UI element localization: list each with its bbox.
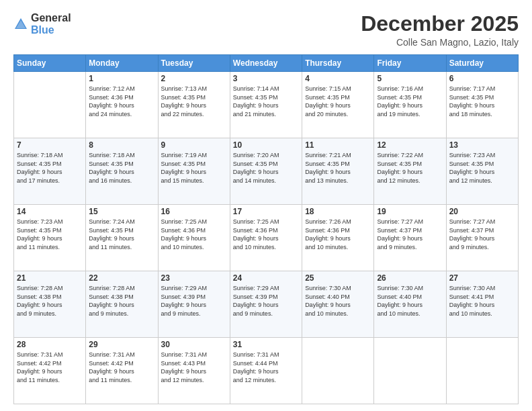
day-number: 5 bbox=[377, 74, 443, 83]
day-info: Sunrise: 7:30 AM Sunset: 4:40 PM Dayligh… bbox=[305, 284, 371, 318]
calendar-week-4: 21Sunrise: 7:28 AM Sunset: 4:38 PM Dayli… bbox=[14, 271, 519, 338]
day-number: 6 bbox=[449, 74, 515, 83]
table-row: 9Sunrise: 7:19 AM Sunset: 4:35 PM Daylig… bbox=[158, 138, 230, 205]
col-monday: Monday bbox=[86, 55, 158, 72]
calendar-week-3: 14Sunrise: 7:23 AM Sunset: 4:35 PM Dayli… bbox=[14, 205, 519, 271]
day-info: Sunrise: 7:31 AM Sunset: 4:44 PM Dayligh… bbox=[233, 351, 299, 384]
table-row: 26Sunrise: 7:30 AM Sunset: 4:40 PM Dayli… bbox=[374, 271, 446, 338]
calendar-table: Sunday Monday Tuesday Wednesday Thursday… bbox=[13, 54, 519, 404]
day-number: 27 bbox=[449, 273, 515, 283]
day-number: 1 bbox=[89, 74, 154, 83]
title-block: December 2025 Colle San Magno, Lazio, It… bbox=[361, 12, 519, 48]
day-number: 28 bbox=[17, 340, 83, 349]
day-info: Sunrise: 7:28 AM Sunset: 4:38 PM Dayligh… bbox=[17, 284, 83, 318]
day-number: 14 bbox=[17, 207, 83, 216]
day-info: Sunrise: 7:30 AM Sunset: 4:40 PM Dayligh… bbox=[377, 284, 443, 318]
table-row: 31Sunrise: 7:31 AM Sunset: 4:44 PM Dayli… bbox=[230, 338, 302, 404]
day-info: Sunrise: 7:12 AM Sunset: 4:36 PM Dayligh… bbox=[89, 85, 154, 118]
day-info: Sunrise: 7:29 AM Sunset: 4:39 PM Dayligh… bbox=[161, 284, 227, 318]
table-row: 11Sunrise: 7:21 AM Sunset: 4:35 PM Dayli… bbox=[302, 138, 374, 205]
table-row: 29Sunrise: 7:31 AM Sunset: 4:42 PM Dayli… bbox=[86, 338, 158, 404]
table-row: 19Sunrise: 7:27 AM Sunset: 4:37 PM Dayli… bbox=[374, 205, 446, 271]
table-row: 6Sunrise: 7:17 AM Sunset: 4:35 PM Daylig… bbox=[446, 72, 518, 138]
day-number: 24 bbox=[233, 273, 299, 283]
day-info: Sunrise: 7:23 AM Sunset: 4:35 PM Dayligh… bbox=[449, 151, 515, 185]
day-info: Sunrise: 7:22 AM Sunset: 4:35 PM Dayligh… bbox=[377, 151, 443, 185]
table-row: 28Sunrise: 7:31 AM Sunset: 4:42 PM Dayli… bbox=[14, 338, 86, 404]
logo: General Blue bbox=[13, 12, 71, 36]
day-info: Sunrise: 7:26 AM Sunset: 4:36 PM Dayligh… bbox=[305, 218, 371, 251]
day-number: 19 bbox=[377, 207, 443, 216]
table-row: 14Sunrise: 7:23 AM Sunset: 4:35 PM Dayli… bbox=[14, 205, 86, 271]
day-info: Sunrise: 7:29 AM Sunset: 4:39 PM Dayligh… bbox=[233, 284, 299, 318]
location: Colle San Magno, Lazio, Italy bbox=[361, 37, 519, 48]
logo-blue-text: Blue bbox=[31, 24, 54, 36]
table-row: 25Sunrise: 7:30 AM Sunset: 4:40 PM Dayli… bbox=[302, 271, 374, 338]
table-row bbox=[446, 338, 518, 404]
day-number: 31 bbox=[233, 340, 299, 349]
day-number: 3 bbox=[233, 74, 299, 83]
day-number: 22 bbox=[89, 273, 154, 283]
table-row: 27Sunrise: 7:30 AM Sunset: 4:41 PM Dayli… bbox=[446, 271, 518, 338]
day-number: 18 bbox=[305, 207, 371, 216]
calendar-week-2: 7Sunrise: 7:18 AM Sunset: 4:35 PM Daylig… bbox=[14, 138, 519, 205]
day-info: Sunrise: 7:13 AM Sunset: 4:35 PM Dayligh… bbox=[161, 85, 227, 118]
day-info: Sunrise: 7:14 AM Sunset: 4:35 PM Dayligh… bbox=[233, 85, 299, 118]
day-info: Sunrise: 7:20 AM Sunset: 4:35 PM Dayligh… bbox=[233, 151, 299, 185]
day-number: 26 bbox=[377, 273, 443, 283]
day-number: 23 bbox=[161, 273, 227, 283]
day-number: 7 bbox=[17, 140, 83, 150]
col-tuesday: Tuesday bbox=[158, 55, 230, 72]
table-row: 20Sunrise: 7:27 AM Sunset: 4:37 PM Dayli… bbox=[446, 205, 518, 271]
col-wednesday: Wednesday bbox=[230, 55, 302, 72]
day-number: 9 bbox=[161, 140, 227, 150]
header: General Blue December 2025 Colle San Mag… bbox=[13, 12, 519, 48]
day-number: 4 bbox=[305, 74, 371, 83]
day-number: 21 bbox=[17, 273, 83, 283]
table-row: 21Sunrise: 7:28 AM Sunset: 4:38 PM Dayli… bbox=[14, 271, 86, 338]
table-row: 3Sunrise: 7:14 AM Sunset: 4:35 PM Daylig… bbox=[230, 72, 302, 138]
calendar-week-5: 28Sunrise: 7:31 AM Sunset: 4:42 PM Dayli… bbox=[14, 338, 519, 404]
table-row bbox=[14, 72, 86, 138]
day-info: Sunrise: 7:24 AM Sunset: 4:35 PM Dayligh… bbox=[89, 218, 154, 251]
table-row bbox=[302, 338, 374, 404]
page: General Blue December 2025 Colle San Mag… bbox=[0, 0, 532, 411]
day-number: 20 bbox=[449, 207, 515, 216]
day-info: Sunrise: 7:28 AM Sunset: 4:38 PM Dayligh… bbox=[89, 284, 154, 318]
table-row: 8Sunrise: 7:18 AM Sunset: 4:35 PM Daylig… bbox=[86, 138, 158, 205]
day-info: Sunrise: 7:18 AM Sunset: 4:35 PM Dayligh… bbox=[89, 151, 154, 185]
logo-general-text: General bbox=[31, 12, 71, 24]
day-number: 13 bbox=[449, 140, 515, 150]
day-info: Sunrise: 7:16 AM Sunset: 4:35 PM Dayligh… bbox=[377, 85, 443, 118]
day-info: Sunrise: 7:31 AM Sunset: 4:42 PM Dayligh… bbox=[89, 351, 154, 384]
table-row: 17Sunrise: 7:25 AM Sunset: 4:36 PM Dayli… bbox=[230, 205, 302, 271]
day-number: 8 bbox=[89, 140, 154, 150]
table-row: 7Sunrise: 7:18 AM Sunset: 4:35 PM Daylig… bbox=[14, 138, 86, 205]
day-info: Sunrise: 7:27 AM Sunset: 4:37 PM Dayligh… bbox=[377, 218, 443, 251]
day-info: Sunrise: 7:25 AM Sunset: 4:36 PM Dayligh… bbox=[233, 218, 299, 251]
table-row: 2Sunrise: 7:13 AM Sunset: 4:35 PM Daylig… bbox=[158, 72, 230, 138]
day-info: Sunrise: 7:15 AM Sunset: 4:35 PM Dayligh… bbox=[305, 85, 371, 118]
day-info: Sunrise: 7:31 AM Sunset: 4:43 PM Dayligh… bbox=[161, 351, 227, 384]
col-saturday: Saturday bbox=[446, 55, 518, 72]
table-row: 12Sunrise: 7:22 AM Sunset: 4:35 PM Dayli… bbox=[374, 138, 446, 205]
logo-icon bbox=[13, 17, 28, 32]
table-row: 18Sunrise: 7:26 AM Sunset: 4:36 PM Dayli… bbox=[302, 205, 374, 271]
day-info: Sunrise: 7:19 AM Sunset: 4:35 PM Dayligh… bbox=[161, 151, 227, 185]
calendar-header-row: Sunday Monday Tuesday Wednesday Thursday… bbox=[14, 55, 519, 72]
day-number: 11 bbox=[305, 140, 371, 150]
col-friday: Friday bbox=[374, 55, 446, 72]
col-thursday: Thursday bbox=[302, 55, 374, 72]
table-row: 15Sunrise: 7:24 AM Sunset: 4:35 PM Dayli… bbox=[86, 205, 158, 271]
day-number: 25 bbox=[305, 273, 371, 283]
table-row: 1Sunrise: 7:12 AM Sunset: 4:36 PM Daylig… bbox=[86, 72, 158, 138]
table-row bbox=[374, 338, 446, 404]
table-row: 16Sunrise: 7:25 AM Sunset: 4:36 PM Dayli… bbox=[158, 205, 230, 271]
day-info: Sunrise: 7:27 AM Sunset: 4:37 PM Dayligh… bbox=[449, 218, 515, 251]
table-row: 30Sunrise: 7:31 AM Sunset: 4:43 PM Dayli… bbox=[158, 338, 230, 404]
day-info: Sunrise: 7:30 AM Sunset: 4:41 PM Dayligh… bbox=[449, 284, 515, 318]
table-row: 4Sunrise: 7:15 AM Sunset: 4:35 PM Daylig… bbox=[302, 72, 374, 138]
table-row: 22Sunrise: 7:28 AM Sunset: 4:38 PM Dayli… bbox=[86, 271, 158, 338]
table-row: 5Sunrise: 7:16 AM Sunset: 4:35 PM Daylig… bbox=[374, 72, 446, 138]
day-info: Sunrise: 7:31 AM Sunset: 4:42 PM Dayligh… bbox=[17, 351, 83, 384]
